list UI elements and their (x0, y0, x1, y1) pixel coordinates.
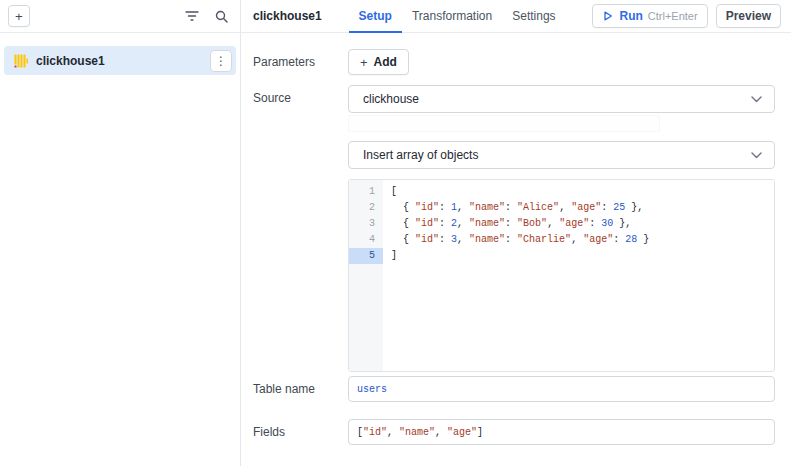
play-icon (602, 10, 614, 22)
write-mode-value: Insert array of objects (363, 148, 478, 162)
plus-icon: + (360, 56, 368, 69)
chevron-down-icon (751, 152, 762, 159)
tab-bar: Setup Transformation Settings (349, 0, 566, 33)
code-editor[interactable]: 12345 [ { "id": 1, "name": "Alice", "age… (348, 179, 775, 372)
write-mode-select[interactable]: Insert array of objects (348, 141, 775, 169)
chevron-down-icon (751, 96, 762, 103)
source-label: Source (253, 85, 348, 113)
preview-label: Preview (726, 9, 771, 23)
query-item-label: clickhouse1 (36, 54, 202, 68)
setup-form: Parameters + Add Source clickhouse (241, 33, 791, 466)
fields-value: ["id", "name", "age"] (357, 427, 483, 438)
fields-input[interactable]: ["id", "name", "age"] (348, 419, 775, 445)
sidebar-item-clickhouse1[interactable]: clickhouse1 ⋮ (4, 46, 236, 75)
run-label: Run (619, 9, 642, 23)
filter-icon[interactable] (185, 10, 199, 22)
clickhouse-icon (14, 54, 28, 68)
query-sidebar: + clickhouse1 (0, 0, 241, 466)
parameters-label: Parameters (253, 49, 348, 75)
tab-transformation[interactable]: Transformation (402, 0, 502, 33)
table-name-value: users (357, 384, 387, 395)
editor-gutter: 12345 (349, 180, 383, 371)
tab-setup[interactable]: Setup (349, 0, 402, 33)
add-parameter-button[interactable]: + Add (348, 49, 409, 75)
table-name-label: Table name (253, 376, 348, 402)
item-menu-button[interactable]: ⋮ (210, 50, 232, 72)
fields-label: Fields (253, 419, 348, 445)
source-select[interactable]: clickhouse (348, 85, 775, 113)
page-title: clickhouse1 (253, 9, 322, 23)
empty-placeholder (348, 115, 660, 132)
preview-button[interactable]: Preview (716, 4, 781, 28)
editor-code: [ { "id": 1, "name": "Alice", "age": 25 … (383, 180, 774, 371)
source-select-value: clickhouse (363, 92, 419, 106)
sidebar-toolbar: + (0, 0, 240, 33)
tab-settings[interactable]: Settings (502, 0, 565, 33)
run-button[interactable]: Run Ctrl+Enter (592, 4, 707, 28)
new-query-button[interactable]: + (8, 5, 30, 27)
header-actions: Run Ctrl+Enter Preview (592, 4, 781, 28)
app-container: + clickhouse1 (0, 0, 791, 466)
run-shortcut: Ctrl+Enter (648, 10, 698, 22)
query-header: clickhouse1 Setup Transformation Setting… (241, 0, 791, 33)
main-panel: clickhouse1 Setup Transformation Setting… (241, 0, 791, 466)
table-name-input[interactable]: users (348, 376, 775, 402)
search-icon[interactable] (215, 10, 228, 23)
